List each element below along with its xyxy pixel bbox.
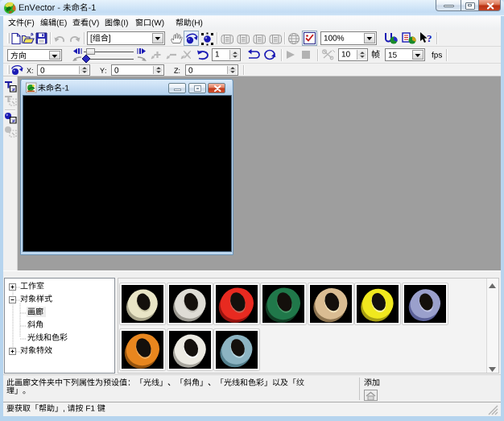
svg-text:?: ? <box>427 32 432 44</box>
